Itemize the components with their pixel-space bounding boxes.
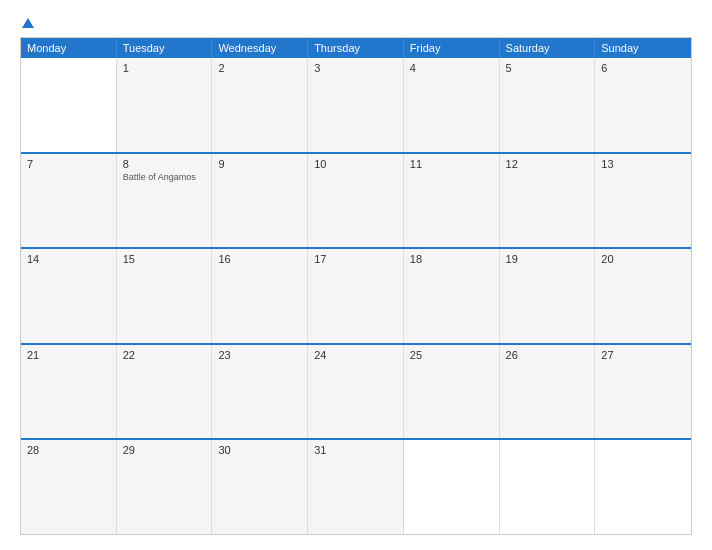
day-number: 23: [218, 349, 301, 361]
day-header-friday: Friday: [404, 38, 500, 58]
day-number: 25: [410, 349, 493, 361]
cal-cell: 28: [21, 440, 117, 534]
day-number: 17: [314, 253, 397, 265]
day-number: 13: [601, 158, 685, 170]
day-number: 27: [601, 349, 685, 361]
cal-cell: [595, 440, 691, 534]
day-number: 7: [27, 158, 110, 170]
cal-cell: 10: [308, 154, 404, 248]
day-number: 20: [601, 253, 685, 265]
day-header-wednesday: Wednesday: [212, 38, 308, 58]
cal-cell: 30: [212, 440, 308, 534]
cal-cell: 16: [212, 249, 308, 343]
day-number: 3: [314, 62, 397, 74]
day-number: 18: [410, 253, 493, 265]
day-number: 29: [123, 444, 206, 456]
day-number: 12: [506, 158, 589, 170]
cal-cell: 17: [308, 249, 404, 343]
day-number: 11: [410, 158, 493, 170]
day-header-tuesday: Tuesday: [117, 38, 213, 58]
cal-cell: 29: [117, 440, 213, 534]
day-number: 8: [123, 158, 206, 170]
week-row-2: 14151617181920: [21, 249, 691, 345]
cal-cell: 18: [404, 249, 500, 343]
cal-cell: 23: [212, 345, 308, 439]
week-row-3: 21222324252627: [21, 345, 691, 441]
calendar-header: MondayTuesdayWednesdayThursdayFridaySatu…: [21, 38, 691, 58]
logo: [20, 15, 34, 29]
day-number: 21: [27, 349, 110, 361]
header: [20, 15, 692, 29]
cal-cell: 9: [212, 154, 308, 248]
day-number: 16: [218, 253, 301, 265]
logo-triangle-icon: [22, 18, 34, 28]
day-number: 9: [218, 158, 301, 170]
page: MondayTuesdayWednesdayThursdayFridaySatu…: [0, 0, 712, 550]
day-number: 15: [123, 253, 206, 265]
day-number: 6: [601, 62, 685, 74]
cal-cell: 27: [595, 345, 691, 439]
cal-cell: 21: [21, 345, 117, 439]
cal-cell: 1: [117, 58, 213, 152]
calendar: MondayTuesdayWednesdayThursdayFridaySatu…: [20, 37, 692, 535]
cal-cell: 14: [21, 249, 117, 343]
day-number: 10: [314, 158, 397, 170]
day-number: 24: [314, 349, 397, 361]
week-row-0: 123456: [21, 58, 691, 154]
cal-cell: 4: [404, 58, 500, 152]
week-row-1: 78Battle of Angamos910111213: [21, 154, 691, 250]
day-number: 14: [27, 253, 110, 265]
cal-cell: 13: [595, 154, 691, 248]
cal-cell: [404, 440, 500, 534]
day-header-thursday: Thursday: [308, 38, 404, 58]
week-row-4: 28293031: [21, 440, 691, 534]
day-header-saturday: Saturday: [500, 38, 596, 58]
cal-cell: 19: [500, 249, 596, 343]
cal-cell: 12: [500, 154, 596, 248]
cal-cell: 2: [212, 58, 308, 152]
day-number: 31: [314, 444, 397, 456]
day-header-monday: Monday: [21, 38, 117, 58]
cal-cell: 6: [595, 58, 691, 152]
day-number: 28: [27, 444, 110, 456]
cal-cell: 5: [500, 58, 596, 152]
day-number: 1: [123, 62, 206, 74]
calendar-body: 12345678Battle of Angamos910111213141516…: [21, 58, 691, 534]
cal-cell: 24: [308, 345, 404, 439]
cal-cell: 26: [500, 345, 596, 439]
cal-cell: 3: [308, 58, 404, 152]
event-label: Battle of Angamos: [123, 172, 206, 182]
day-number: 4: [410, 62, 493, 74]
cal-cell: 22: [117, 345, 213, 439]
cal-cell: 31: [308, 440, 404, 534]
cal-cell: 11: [404, 154, 500, 248]
day-number: 26: [506, 349, 589, 361]
logo-blue-text: [20, 15, 34, 29]
cal-cell: 20: [595, 249, 691, 343]
day-number: 2: [218, 62, 301, 74]
day-number: 22: [123, 349, 206, 361]
cal-cell: [21, 58, 117, 152]
cal-cell: 7: [21, 154, 117, 248]
day-number: 30: [218, 444, 301, 456]
day-number: 19: [506, 253, 589, 265]
cal-cell: 25: [404, 345, 500, 439]
day-header-sunday: Sunday: [595, 38, 691, 58]
cal-cell: 15: [117, 249, 213, 343]
day-number: 5: [506, 62, 589, 74]
cal-cell: 8Battle of Angamos: [117, 154, 213, 248]
cal-cell: [500, 440, 596, 534]
